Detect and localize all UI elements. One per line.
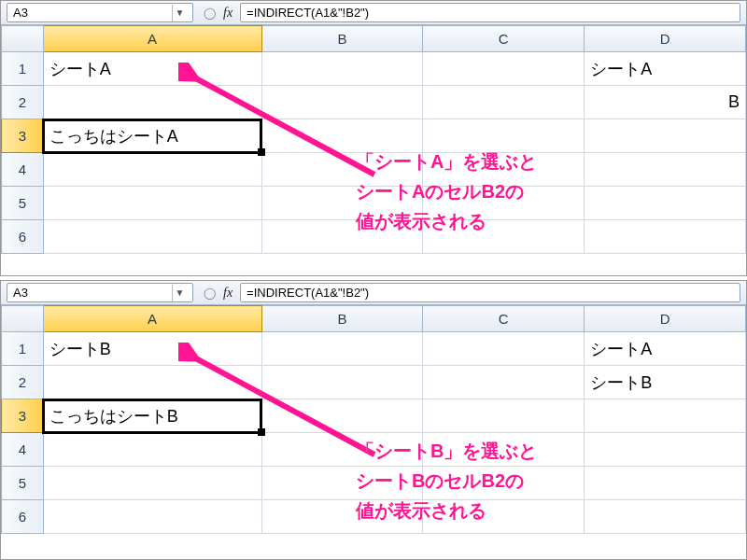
cell-A1[interactable]: シートA (43, 52, 261, 86)
column-header-row: A B C D (2, 306, 746, 332)
cell-A4[interactable] (43, 153, 261, 187)
spreadsheet-panel-bottom: A3 ▼ ◯ fx =INDIRECT(A1&"!B2") A B C D 1 (0, 280, 747, 560)
row-2: 2 シートB (2, 366, 746, 399)
cell-B2[interactable] (261, 86, 423, 119)
name-box[interactable]: A3 ▼ (7, 3, 193, 22)
row-header-6[interactable]: 6 (2, 500, 44, 534)
formula-bar-controls: ◯ fx (193, 283, 240, 302)
fx-icon[interactable]: fx (223, 6, 233, 21)
cell-D3[interactable] (585, 399, 746, 433)
row-header-4[interactable]: 4 (2, 153, 44, 187)
col-header-D[interactable]: D (585, 26, 746, 52)
col-header-A[interactable]: A (43, 26, 261, 52)
row-2: 2 B (2, 86, 746, 119)
row-header-4[interactable]: 4 (2, 433, 44, 467)
name-box-text: A3 (13, 286, 172, 300)
cell-B1[interactable] (261, 52, 423, 86)
select-all-corner[interactable] (2, 26, 44, 52)
row-header-5[interactable]: 5 (2, 467, 44, 500)
formula-bar: A3 ▼ ◯ fx =INDIRECT(A1&"!B2") (1, 281, 746, 305)
col-header-A[interactable]: A (43, 306, 261, 332)
name-box[interactable]: A3 ▼ (7, 283, 193, 302)
dropdown-icon[interactable]: ▼ (172, 5, 187, 21)
grid-bottom: A B C D 1 シートB シートA 2 シートB 3 こっちは (1, 305, 746, 559)
cell-D3[interactable] (585, 119, 746, 153)
formula-input[interactable]: =INDIRECT(A1&"!B2") (240, 3, 740, 22)
cell-A3[interactable]: こっちはシートB (43, 399, 261, 433)
fx-icon[interactable]: fx (223, 286, 233, 301)
row-header-5[interactable]: 5 (2, 187, 44, 220)
cell-D2[interactable]: シートB (585, 366, 746, 399)
spreadsheet-panel-top: A3 ▼ ◯ fx =INDIRECT(A1&"!B2") A B C D 1 (0, 0, 747, 276)
cell-A3[interactable]: こっちはシートA (43, 119, 261, 153)
cell-C2[interactable] (423, 86, 585, 119)
grid-top: A B C D 1 シートA シートA 2 B 3 こっちはシート (1, 25, 746, 275)
col-header-B[interactable]: B (261, 26, 423, 52)
formula-text: =INDIRECT(A1&"!B2") (247, 286, 369, 300)
cell-A5[interactable] (43, 467, 261, 500)
cell-A2[interactable] (43, 86, 261, 119)
cell-C1[interactable] (423, 332, 585, 366)
cell-D4[interactable] (585, 153, 746, 187)
col-header-C[interactable]: C (423, 306, 585, 332)
row-header-2[interactable]: 2 (2, 366, 44, 399)
row-1: 1 シートA シートA (2, 52, 746, 86)
cell-D1[interactable]: シートA (585, 52, 746, 86)
row-header-1[interactable]: 1 (2, 332, 44, 366)
cell-A2[interactable] (43, 366, 261, 399)
row-header-6[interactable]: 6 (2, 220, 44, 254)
cell-A6[interactable] (43, 500, 261, 534)
circle-icon: ◯ (201, 5, 218, 21)
cell-D5[interactable] (585, 187, 746, 220)
dropdown-icon[interactable]: ▼ (172, 285, 187, 301)
cell-A4[interactable] (43, 433, 261, 467)
cell-A6[interactable] (43, 220, 261, 254)
row-header-3[interactable]: 3 (2, 119, 44, 153)
annotation-text-bottom: 「シートB」を選ぶとシートBのセルB2の値が表示される (356, 436, 537, 525)
cell-C1[interactable] (423, 52, 585, 86)
col-header-D[interactable]: D (585, 306, 746, 332)
cell-C2[interactable] (423, 366, 585, 399)
cell-D4[interactable] (585, 433, 746, 467)
cell-A1[interactable]: シートB (43, 332, 261, 366)
row-1: 1 シートB シートA (2, 332, 746, 366)
cell-D6[interactable] (585, 500, 746, 534)
col-header-B[interactable]: B (261, 306, 423, 332)
row-header-2[interactable]: 2 (2, 86, 44, 119)
cell-D5[interactable] (585, 467, 746, 500)
cell-B3[interactable] (261, 399, 423, 433)
formula-bar-controls: ◯ fx (193, 3, 240, 22)
cell-D1[interactable]: シートA (585, 332, 746, 366)
col-header-C[interactable]: C (423, 26, 585, 52)
cell-D2[interactable]: B (585, 86, 746, 119)
column-header-row: A B C D (2, 26, 746, 52)
cell-C3[interactable] (423, 399, 585, 433)
cell-B2[interactable] (261, 366, 423, 399)
cell-D6[interactable] (585, 220, 746, 254)
select-all-corner[interactable] (2, 306, 44, 332)
row-3: 3 こっちはシートB (2, 399, 746, 433)
row-header-3[interactable]: 3 (2, 399, 44, 433)
circle-icon: ◯ (201, 285, 218, 301)
cell-A5[interactable] (43, 187, 261, 220)
formula-bar: A3 ▼ ◯ fx =INDIRECT(A1&"!B2") (1, 1, 746, 25)
annotation-text-top: 「シートA」を選ぶとシートAのセルB2の値が表示される (356, 147, 537, 236)
cell-B1[interactable] (261, 332, 423, 366)
name-box-text: A3 (13, 6, 172, 20)
formula-text: =INDIRECT(A1&"!B2") (247, 6, 369, 20)
formula-input[interactable]: =INDIRECT(A1&"!B2") (240, 283, 740, 302)
row-header-1[interactable]: 1 (2, 52, 44, 86)
